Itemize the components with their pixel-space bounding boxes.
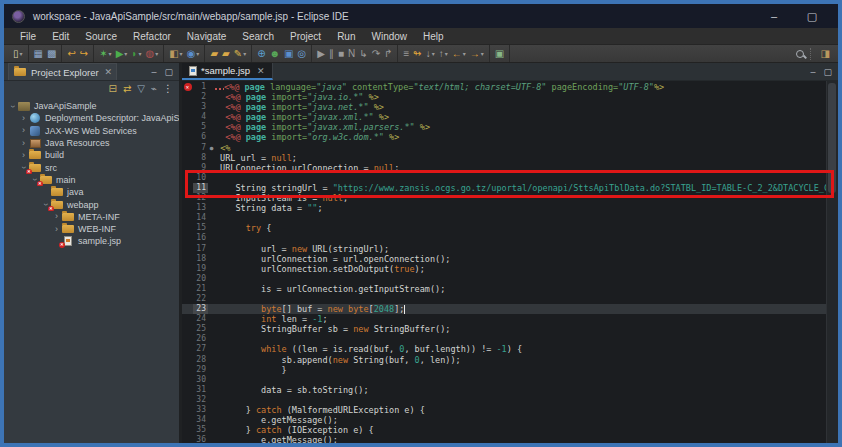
- code-line[interactable]: 24 int len = -1;: [182, 314, 826, 324]
- view-menu-icon[interactable]: ⋮: [163, 84, 173, 94]
- redo-icon[interactable]: ↪: [78, 49, 90, 59]
- code-line[interactable]: 20: [182, 274, 826, 284]
- step-over-icon[interactable]: ↷: [370, 49, 382, 59]
- menu-refactor[interactable]: Refactor: [125, 31, 179, 42]
- menu-file[interactable]: File: [12, 31, 44, 42]
- code-line[interactable]: 34 e.getMessage();: [182, 415, 826, 425]
- code-line[interactable]: 15 try {: [182, 223, 826, 233]
- chevron-expanded-icon[interactable]: ›: [8, 102, 17, 111]
- back-history-dropdown-icon[interactable]: ▾: [463, 51, 466, 57]
- chevron-collapsed-icon[interactable]: ›: [19, 126, 28, 135]
- code-line[interactable]: 23 byte[] buf = new byte[2048];: [182, 304, 826, 314]
- next-annotation-icon[interactable]: ↓▾: [424, 49, 437, 59]
- chevron-collapsed-icon[interactable]: ›: [19, 114, 28, 123]
- previous-annotation-dropdown-icon[interactable]: ▾: [445, 51, 448, 57]
- code-line[interactable]: 31 data = sb.toString();: [182, 385, 826, 395]
- menu-source[interactable]: Source: [77, 31, 125, 42]
- tree-item-meta-inf[interactable]: ›META-INF: [4, 211, 179, 223]
- show-annotations-icon[interactable]: ≡: [401, 49, 411, 59]
- close-project-explorer-icon[interactable]: ✕: [105, 67, 113, 77]
- step-into-icon[interactable]: ↳: [357, 49, 369, 59]
- annotate-pencil-dropdown-icon[interactable]: ▾: [243, 51, 246, 57]
- menu-help[interactable]: Help: [415, 31, 452, 42]
- tab-project-explorer[interactable]: Project Explorer ✕: [8, 63, 117, 80]
- terminate-icon[interactable]: ■: [336, 49, 346, 59]
- forward-history-icon[interactable]: →▾: [468, 49, 486, 59]
- editor-scrollbar-thumb[interactable]: [828, 83, 836, 193]
- tree-item-java-resources[interactable]: ›Java Resources: [4, 137, 179, 149]
- menu-edit[interactable]: Edit: [44, 31, 77, 42]
- tree-item-build[interactable]: ›build: [4, 149, 179, 161]
- code-line[interactable]: 22: [182, 294, 826, 304]
- explorer-maximize-icon[interactable]: ▢: [164, 67, 173, 77]
- step-return-icon[interactable]: ↱: [382, 49, 394, 59]
- resume-icon[interactable]: ▶: [315, 49, 327, 59]
- code-line[interactable]: 3 <%@ page import="java.net.*" %>: [182, 102, 826, 112]
- new-java-project-dropdown-icon[interactable]: ▾: [180, 51, 183, 57]
- code-line[interactable]: 16: [182, 233, 826, 243]
- code-line[interactable]: 25 StringBuffer sb = new StringBuffer();: [182, 324, 826, 334]
- new-wizard-dropdown-icon[interactable]: ▾: [20, 51, 23, 57]
- code-line[interactable]: ✕1<%@ page language="java" contentType="…: [182, 82, 826, 92]
- editor-scrollbar[interactable]: [826, 81, 838, 443]
- link-with-editor-icon[interactable]: ⇄: [123, 84, 131, 94]
- code-line[interactable]: 32: [182, 395, 826, 405]
- console-icon[interactable]: ▣: [282, 49, 295, 59]
- suspend-icon[interactable]: ∥: [327, 49, 336, 59]
- fold-marker-icon[interactable]: ●: [208, 143, 215, 153]
- minimize-button[interactable]: –: [768, 10, 780, 23]
- code-line[interactable]: 35 } catch (IOException e) {: [182, 425, 826, 435]
- editor-minimize-icon[interactable]: –: [810, 67, 815, 77]
- tree-item-javaapisample[interactable]: ›JavaApiSample: [4, 100, 179, 112]
- chevron-collapsed-icon[interactable]: ›: [52, 225, 61, 234]
- menu-search[interactable]: Search: [234, 31, 282, 42]
- tree-item-main[interactable]: ›✕main: [4, 174, 179, 186]
- code-line[interactable]: 21 is = urlConnection.getInputStream();: [182, 284, 826, 294]
- external-tools-dropdown-icon[interactable]: ▾: [196, 51, 199, 57]
- next-annotation-dropdown-icon[interactable]: ▾: [432, 51, 435, 57]
- export-folder-icon[interactable]: ▰: [220, 49, 232, 59]
- coverage-dropdown-icon[interactable]: ▾: [155, 51, 158, 57]
- code-line[interactable]: 4 <%@ page import="javax.xml.*" %>: [182, 112, 826, 122]
- coverage-icon[interactable]: ◍▾: [143, 49, 160, 59]
- code-line[interactable]: 9 URLConnection urlConnection = null;: [182, 163, 826, 173]
- previous-annotation-icon[interactable]: ↑▾: [437, 49, 450, 59]
- collapse-all-icon[interactable]: ⊟: [108, 84, 116, 94]
- tree-item-web-inf[interactable]: ›WEB-INF: [4, 223, 179, 235]
- debug-dropdown-icon[interactable]: ▾: [109, 51, 112, 57]
- code-line[interactable]: 27 while ((len = is.read(buf, 0, buf.len…: [182, 344, 826, 354]
- run-icon[interactable]: ▶▾: [114, 49, 130, 59]
- debug-icon[interactable]: ✶▾: [97, 49, 113, 59]
- menu-window[interactable]: Window: [363, 31, 415, 42]
- chevron-collapsed-icon[interactable]: ›: [19, 139, 28, 148]
- code-line[interactable]: 11 String stringUrl = "https://www.zansi…: [182, 183, 826, 193]
- profile-dropdown-icon[interactable]: ▾: [138, 51, 141, 57]
- code-line[interactable]: 10: [182, 173, 826, 183]
- maximize-button[interactable]: ▢: [806, 10, 818, 23]
- menu-project[interactable]: Project: [282, 31, 329, 42]
- user-libraries-icon[interactable]: ☻: [268, 49, 283, 59]
- back-history-icon[interactable]: ←▾: [450, 49, 468, 59]
- profile-icon[interactable]: ◗▾: [129, 49, 143, 59]
- code-line[interactable]: 12 InputStream is = null;: [182, 193, 826, 203]
- tree-item-jax-ws-web-services[interactable]: ›JAX-WS Web Services: [4, 125, 179, 137]
- code-line[interactable]: 36 e.getMessage();: [182, 435, 826, 443]
- chevron-collapsed-icon[interactable]: ›: [52, 212, 61, 221]
- close-editor-tab-icon[interactable]: ✕: [257, 66, 265, 76]
- code-editor[interactable]: ✕1<%@ page language="java" contentType="…: [182, 81, 838, 443]
- tree-item-src[interactable]: ›✕src: [4, 161, 179, 173]
- forward-history-dropdown-icon[interactable]: ▾: [481, 51, 484, 57]
- filter-icon[interactable]: ▽: [137, 84, 145, 94]
- toolbar-search-icon[interactable]: [796, 50, 804, 58]
- code-line[interactable]: 30: [182, 375, 826, 385]
- last-edit-location-icon[interactable]: ↬: [411, 49, 423, 59]
- code-line[interactable]: 26: [182, 334, 826, 344]
- editor-maximize-icon[interactable]: ▢: [823, 67, 832, 77]
- web-browser-icon[interactable]: ⊕: [255, 49, 267, 59]
- explorer-minimize-icon[interactable]: –: [151, 67, 156, 77]
- code-line[interactable]: 19 urlConnection.setDoOutput(true);: [182, 264, 826, 274]
- code-line[interactable]: 5 <%@ page import="javax.xml.parsers.*" …: [182, 122, 826, 132]
- code-line[interactable]: 18 urlConnection = url.openConnection();: [182, 254, 826, 264]
- code-line[interactable]: 14: [182, 213, 826, 223]
- annotate-pencil-icon[interactable]: ✎▾: [232, 49, 248, 59]
